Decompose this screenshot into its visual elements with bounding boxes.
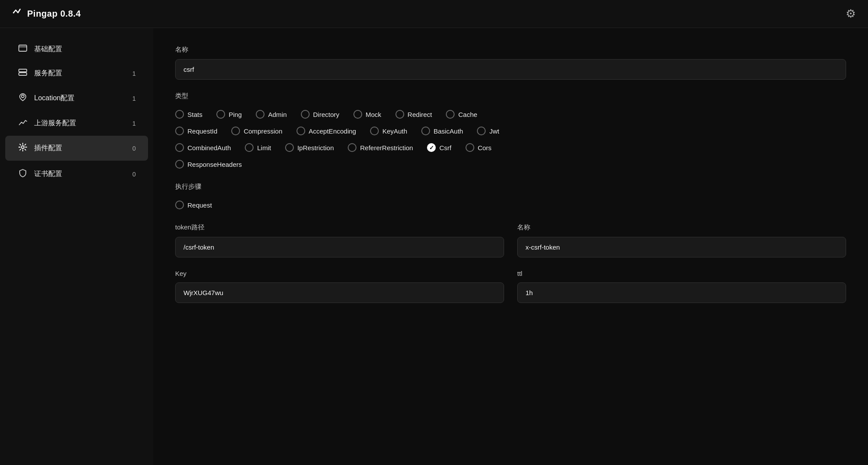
sidebar-item-location[interactable]: Location配置 1: [5, 86, 148, 111]
radio-redirect[interactable]: Redirect: [395, 108, 432, 120]
radio-label-limit: Limit: [257, 144, 271, 151]
radio-circle-csrf: ✓: [427, 143, 436, 152]
key-label: Key: [175, 270, 504, 277]
sidebar-item-plugin[interactable]: 插件配置 0: [5, 136, 148, 161]
radio-ping[interactable]: Ping: [216, 108, 242, 120]
radio-responseheaders[interactable]: ResponseHeaders: [175, 158, 242, 170]
svg-point-6: [21, 146, 24, 148]
radio-label-request: Request: [187, 201, 212, 209]
sidebar-badge-cert: 0: [127, 171, 136, 178]
sidebar-label-service: 服务配置: [34, 69, 62, 78]
radio-cache[interactable]: Cache: [446, 108, 477, 120]
radio-compression[interactable]: Compression: [231, 125, 282, 137]
radio-label-admin: Admin: [268, 111, 287, 118]
radio-circle-mock: [353, 110, 362, 119]
sidebar: 基础配置 服务配置 1: [0, 28, 153, 465]
step-radio-group: Request: [175, 199, 846, 211]
radio-circle-responseheaders: [175, 160, 184, 169]
plugin-config-icon: [18, 143, 28, 154]
radio-label-ping: Ping: [229, 111, 242, 118]
radio-label-jwt: Jwt: [489, 127, 499, 135]
radio-circle-cors: [466, 143, 474, 152]
radio-circle-jwt: [477, 127, 486, 135]
radio-label-requestid: RequestId: [187, 127, 217, 135]
ttl-label: ttl: [517, 270, 846, 277]
svg-point-0: [13, 12, 14, 13]
ttl-input[interactable]: [517, 282, 846, 303]
app-title: Pingap 0.8.4: [27, 9, 81, 19]
key-input[interactable]: [175, 282, 504, 303]
sidebar-badge-plugin: 0: [127, 145, 136, 152]
radio-keyauth[interactable]: KeyAuth: [370, 125, 407, 137]
svg-rect-3: [19, 69, 27, 72]
name2-group: 名称: [517, 223, 846, 257]
location-config-icon: [18, 93, 28, 104]
sidebar-label-basic: 基础配置: [34, 45, 62, 54]
name2-label: 名称: [517, 223, 846, 232]
radio-iprestriction[interactable]: IpRestriction: [285, 141, 334, 154]
radio-circle-compression: [231, 127, 240, 135]
token-path-label: token路径: [175, 223, 504, 232]
radio-cors[interactable]: Cors: [466, 141, 492, 154]
cert-config-icon: [18, 169, 28, 180]
sidebar-label-cert: 证书配置: [34, 169, 62, 179]
radio-label-compression: Compression: [243, 127, 282, 135]
pingap-icon: [12, 7, 23, 21]
radio-stats[interactable]: Stats: [175, 108, 202, 120]
radio-limit[interactable]: Limit: [245, 141, 271, 154]
sidebar-badge-upstream: 1: [127, 120, 136, 127]
radio-label-basicauth: BasicAuth: [434, 127, 463, 135]
radio-label-responseheaders: ResponseHeaders: [187, 161, 242, 168]
radio-circle-keyauth: [370, 127, 379, 135]
name-input[interactable]: [175, 59, 846, 80]
radio-label-redirect: Redirect: [408, 111, 432, 118]
radio-basicauth[interactable]: BasicAuth: [421, 125, 463, 137]
radio-combinedauth[interactable]: CombinedAuth: [175, 141, 231, 154]
radio-label-acceptencoding: AcceptEncoding: [309, 127, 356, 135]
radio-circle-combinedauth: [175, 143, 184, 152]
token-path-input[interactable]: [175, 237, 504, 257]
radio-label-cache: Cache: [458, 111, 477, 118]
radio-circle-redirect: [395, 110, 404, 119]
sidebar-label-plugin: 插件配置: [34, 144, 62, 153]
radio-acceptencoding[interactable]: AcceptEncoding: [296, 125, 356, 137]
radio-label-keyauth: KeyAuth: [382, 127, 407, 135]
sidebar-item-upstream[interactable]: 上游服务配置 1: [5, 112, 148, 135]
radio-label-csrf: Csrf: [439, 144, 452, 151]
radio-refererrestriction[interactable]: RefererRestriction: [348, 141, 413, 154]
radio-circle-cache: [446, 110, 455, 119]
radio-circle-refererrestriction: [348, 143, 356, 152]
radio-requestid[interactable]: RequestId: [175, 125, 217, 137]
radio-request[interactable]: Request: [175, 199, 212, 211]
sidebar-badge-service: 1: [127, 70, 136, 77]
type-radio-group: Stats Ping Admin Directory Mock Redirect: [175, 108, 846, 170]
radio-label-refererrestriction: RefererRestriction: [360, 144, 413, 151]
radio-mock[interactable]: Mock: [353, 108, 381, 120]
radio-label-cors: Cors: [478, 144, 492, 151]
radio-circle-acceptencoding: [296, 127, 305, 135]
svg-point-5: [21, 95, 24, 98]
topbar-left: Pingap 0.8.4: [12, 7, 81, 21]
name2-input[interactable]: [517, 237, 846, 257]
radio-csrf[interactable]: ✓ Csrf: [427, 141, 452, 154]
radio-circle-request: [175, 201, 184, 209]
basic-config-icon: [18, 45, 28, 54]
radio-jwt[interactable]: Jwt: [477, 125, 499, 137]
name-label: 名称: [175, 46, 846, 54]
radio-circle-iprestriction: [285, 143, 294, 152]
radio-label-iprestriction: IpRestriction: [297, 144, 334, 151]
service-config-icon: [18, 69, 28, 78]
sidebar-label-upstream: 上游服务配置: [34, 119, 76, 128]
radio-label-directory: Directory: [313, 111, 339, 118]
step-label: 执行步骤: [175, 183, 846, 191]
sidebar-item-cert[interactable]: 证书配置 0: [5, 162, 148, 187]
upstream-config-icon: [18, 119, 28, 128]
sidebar-badge-location: 1: [127, 95, 136, 102]
settings-icon[interactable]: ⚙: [846, 7, 856, 21]
type-label: 类型: [175, 92, 846, 100]
radio-directory[interactable]: Directory: [301, 108, 339, 120]
sidebar-item-service[interactable]: 服务配置 1: [5, 62, 148, 85]
svg-rect-1: [19, 45, 27, 51]
radio-admin[interactable]: Admin: [256, 108, 287, 120]
sidebar-item-basic[interactable]: 基础配置: [5, 38, 148, 61]
